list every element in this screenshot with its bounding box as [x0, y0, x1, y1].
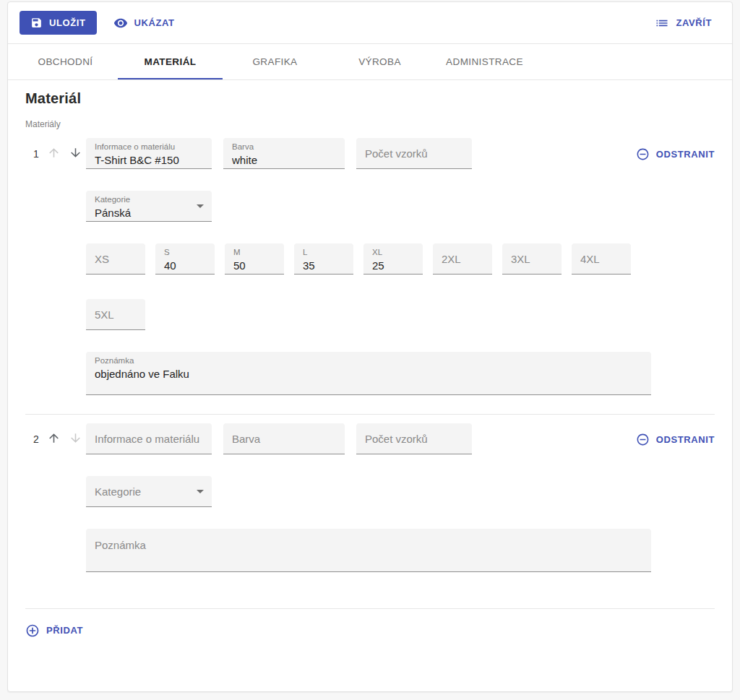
size-field-xs[interactable] [86, 243, 145, 275]
size-2xl-input[interactable] [442, 253, 483, 265]
remove-button-label: ODSTRANIT [656, 434, 715, 445]
save-button[interactable]: ULOŽIT [20, 11, 97, 35]
move-up-button[interactable] [47, 146, 61, 162]
eye-icon [113, 16, 128, 30]
material-info-field[interactable] [86, 423, 212, 454]
show-button-label: UKÁZAT [134, 17, 175, 28]
tab-grafika[interactable]: GRAFIKA [223, 44, 327, 79]
size-field-s[interactable]: S [155, 243, 215, 275]
add-section: PŘIDAT [25, 608, 715, 671]
dropdown-arrow-icon [197, 490, 204, 493]
color-field[interactable] [223, 423, 345, 454]
material-info-field[interactable]: Informace o materiálu [86, 138, 212, 169]
arrow-up-icon [47, 146, 61, 162]
size-field-2xl[interactable] [433, 243, 492, 275]
material-item-2-fields: ODSTRANIT [86, 423, 715, 572]
move-down-button[interactable] [69, 146, 82, 162]
minus-circle-icon [636, 433, 650, 446]
close-button[interactable]: ZAVŘÍT [646, 11, 720, 35]
remove-button-label: ODSTRANIT [656, 149, 715, 160]
tab-vyroba[interactable]: VÝROBA [327, 44, 432, 79]
category-select[interactable]: Kategorie [86, 191, 212, 222]
add-material-button[interactable]: PŘIDAT [25, 618, 92, 642]
tab-bar: OBCHODNÍ MATERIÁL GRAFIKA VÝROBA ADMINIS… [8, 44, 732, 80]
category-label: Kategorie [95, 194, 203, 205]
note-field[interactable] [86, 529, 651, 572]
category-select[interactable] [86, 476, 212, 507]
size-field-3xl[interactable] [502, 243, 562, 275]
tab-administrace[interactable]: ADMINISTRACE [432, 44, 537, 79]
size-4xl-input[interactable] [580, 253, 622, 265]
tab-content-material: Materiál Materiály 1 [8, 80, 732, 671]
size-field-m[interactable]: M [225, 243, 284, 275]
sizes-row: S M L XL [86, 243, 651, 330]
remove-material-button[interactable]: ODSTRANIT [627, 428, 715, 451]
move-up-button[interactable] [47, 431, 61, 447]
page-title: Materiál [25, 90, 715, 107]
minus-circle-icon [636, 147, 650, 161]
samples-input[interactable] [365, 147, 463, 160]
remove-material-button[interactable]: ODSTRANIT [627, 142, 715, 166]
size-m-label: M [233, 247, 275, 258]
color-label: Barva [232, 142, 336, 152]
size-xs-input[interactable] [95, 253, 137, 265]
dropdown-arrow-icon [197, 204, 204, 208]
color-input[interactable] [232, 433, 336, 445]
size-5xl-input[interactable] [95, 308, 137, 321]
size-field-5xl[interactable] [86, 299, 145, 330]
samples-input[interactable] [365, 433, 463, 445]
samples-field[interactable] [356, 423, 472, 454]
material-item-number: 2 [33, 433, 39, 445]
note-input[interactable] [95, 366, 642, 380]
move-down-button[interactable] [69, 431, 82, 447]
show-button[interactable]: UKÁZAT [105, 11, 184, 35]
size-xl-input[interactable] [372, 258, 414, 272]
samples-field[interactable] [356, 138, 472, 169]
note-input[interactable] [95, 539, 642, 551]
arrow-up-icon [47, 431, 61, 447]
size-field-xl[interactable]: XL [363, 243, 423, 275]
size-xl-label: XL [372, 247, 414, 258]
size-s-label: S [164, 247, 206, 258]
size-m-input[interactable] [233, 258, 275, 272]
material-item-number: 1 [33, 148, 39, 160]
color-input[interactable] [232, 152, 336, 166]
size-s-input[interactable] [164, 258, 206, 272]
note-label: Poznámka [95, 355, 642, 366]
list-icon [655, 16, 669, 30]
note-field[interactable]: Poznámka [86, 352, 651, 395]
material-item-1-fields: Informace o materiálu Barva [86, 138, 715, 395]
tab-obchodni[interactable]: OBCHODNÍ [13, 44, 118, 79]
save-icon [30, 17, 43, 29]
add-button-label: PŘIDAT [46, 625, 83, 636]
material-item-1: 1 Informace o mat [25, 129, 715, 414]
arrow-down-icon [69, 146, 82, 162]
category-value[interactable] [95, 485, 203, 498]
tab-material[interactable]: MATERIÁL [118, 44, 223, 79]
materials-list-label: Materiály [25, 119, 715, 129]
category-value[interactable] [95, 205, 203, 219]
size-l-label: L [303, 247, 345, 258]
page: ULOŽIT UKÁZAT ZAVŘÍT OBCHODNÍ MATERIÁL G… [0, 0, 740, 700]
material-item-1-controls: 1 [25, 138, 86, 169]
size-l-input[interactable] [303, 258, 345, 272]
material-info-label: Informace o materiálu [95, 142, 203, 152]
size-3xl-input[interactable] [511, 253, 553, 265]
toolbar: ULOŽIT UKÁZAT ZAVŘÍT [8, 2, 732, 44]
material-item-2-controls: 2 [25, 423, 86, 454]
form-card: ULOŽIT UKÁZAT ZAVŘÍT OBCHODNÍ MATERIÁL G… [7, 1, 733, 692]
close-button-label: ZAVŘÍT [676, 17, 712, 28]
size-field-l[interactable]: L [294, 243, 353, 275]
arrow-down-icon [69, 431, 82, 447]
color-field[interactable]: Barva [223, 138, 345, 169]
material-info-input[interactable] [95, 152, 203, 166]
save-button-label: ULOŽIT [49, 17, 86, 28]
material-item-2: 2 [25, 414, 715, 591]
size-field-4xl[interactable] [572, 243, 631, 275]
material-info-input[interactable] [95, 433, 203, 445]
plus-circle-icon [25, 623, 40, 638]
